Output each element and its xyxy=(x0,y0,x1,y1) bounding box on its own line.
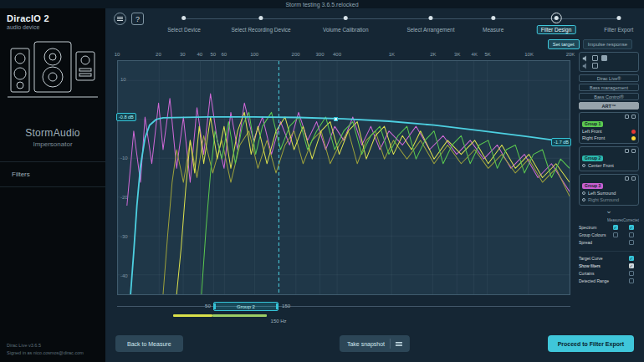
module-bass-management[interactable]: Bass management xyxy=(579,84,639,91)
step-dot xyxy=(616,16,621,20)
plot-area[interactable]: 100-10-20-30-40 -0.8 dB -1.7 dB xyxy=(117,60,570,295)
back-to-measure-button[interactable]: Back to Measure xyxy=(115,335,183,352)
target-level-handle-left[interactable]: -0.8 dB xyxy=(116,113,136,121)
checkbox[interactable] xyxy=(629,240,634,245)
checkbox[interactable] xyxy=(629,232,634,237)
group-badge[interactable]: Group 2 xyxy=(582,156,603,161)
freq-tick: 20 xyxy=(156,52,161,57)
scroll-down-chevron[interactable]: ⌄ xyxy=(579,208,639,215)
speaker-icon[interactable] xyxy=(582,55,589,62)
display-toggle-detected-range: Detected Range xyxy=(579,277,639,284)
take-snapshot-button[interactable]: Take snapshot xyxy=(340,335,410,352)
group-range-handle[interactable]: Group 2 xyxy=(213,302,279,311)
filter-bar xyxy=(212,314,267,317)
focus-icon[interactable] xyxy=(631,176,636,181)
checkbox[interactable] xyxy=(629,278,634,283)
freq-tick: 4K xyxy=(472,52,478,57)
db-tick: -40 xyxy=(120,273,128,278)
subtab-set-target[interactable]: Set target xyxy=(548,39,580,49)
checkbox-slot xyxy=(623,271,639,276)
column-header-measured: Measured xyxy=(607,218,623,222)
channel-select-dot[interactable] xyxy=(582,164,585,167)
speaker-icon[interactable] xyxy=(625,176,629,181)
speaker-icon[interactable] xyxy=(625,149,629,153)
slider-track[interactable] xyxy=(117,306,570,307)
step-select-recording-device[interactable]: Select Recording Device xyxy=(232,16,291,35)
crossover-slider: 50 Group 2 150 xyxy=(117,301,570,311)
window-title: Storm testing 3.6.5.relocked xyxy=(285,2,358,8)
db-tick: 10 xyxy=(120,77,126,82)
checkbox-slot xyxy=(623,240,639,245)
sidebar-item-filters[interactable]: Filters xyxy=(0,162,105,186)
freq-tick: 20K xyxy=(566,52,575,57)
device-name: StormAudio xyxy=(0,127,105,139)
subtab-impulse-response[interactable]: Impulse response xyxy=(583,39,632,49)
step-dot xyxy=(555,16,559,20)
channel-right-surround[interactable]: Right Surround xyxy=(582,196,636,203)
channel-select-dot[interactable] xyxy=(582,191,585,195)
checkbox[interactable] xyxy=(613,232,618,237)
dirac-live-app: Storm testing 3.6.5.relocked DiracIO 2 a… xyxy=(0,0,644,362)
channel-right-front[interactable]: Right Front xyxy=(582,135,636,141)
module-bass-control[interactable]: Bass Control® xyxy=(579,93,639,100)
filter-range-bars xyxy=(117,314,570,318)
checkbox[interactable]: ✓ xyxy=(629,263,634,268)
checkbox[interactable]: ✓ xyxy=(613,225,618,230)
channel-color-dot xyxy=(631,136,636,140)
help-button[interactable]: ? xyxy=(131,13,144,25)
step-select-arrangement[interactable]: Select Arrangement xyxy=(406,16,454,35)
step-select-device[interactable]: Select Device xyxy=(167,16,201,35)
step-filter-export[interactable]: Filter Export xyxy=(604,16,633,35)
channel-label: Center Front xyxy=(588,163,614,168)
channel-left-surround[interactable]: Left Surround xyxy=(582,190,636,196)
brand-block: DiracIO 2 audio device xyxy=(0,8,105,32)
step-filter-design[interactable]: Filter Design xyxy=(537,16,575,35)
step-volume-calibration[interactable]: Volume Calibration xyxy=(323,16,369,35)
db-tick: -10 xyxy=(120,156,128,161)
module-art[interactable]: ART™ xyxy=(579,102,639,110)
toggle-label: Spread xyxy=(579,240,607,245)
group-badge[interactable]: Group 3 xyxy=(582,183,603,189)
checkbox[interactable]: ✓ xyxy=(629,225,634,230)
channel-select-dot[interactable] xyxy=(582,198,585,201)
bottom-bar: Back to Measure Take snapshot Proceed to… xyxy=(105,328,644,362)
menu-button[interactable] xyxy=(114,13,126,25)
channel-left-front[interactable]: Left Front xyxy=(582,128,636,135)
group-card-group-2: Group 2Center Front xyxy=(579,146,639,171)
channel-center-front[interactable]: Center Front xyxy=(582,162,636,169)
sidebar: DiracIO 2 audio device StormAudio Impers… xyxy=(0,8,105,362)
freq-tick: 30 xyxy=(180,52,186,57)
layers-icon[interactable] xyxy=(601,55,607,61)
checkbox[interactable]: ✓ xyxy=(629,256,634,261)
module-dirac-live[interactable]: Dirac Live® xyxy=(579,74,639,82)
target-icon[interactable] xyxy=(592,63,598,69)
signed-in-user: Signed in as nico.cosmos@dirac.com xyxy=(7,349,84,357)
step-label: Filter Export xyxy=(604,27,633,33)
proceed-to-filter-export-button[interactable]: Proceed to Filter Export xyxy=(548,335,634,352)
monitor-speaker-icon[interactable] xyxy=(582,63,589,69)
checkbox-slot: ✓ xyxy=(623,256,639,261)
target-level-handle-right[interactable]: -1.7 dB xyxy=(551,138,571,146)
freq-tick: 300 xyxy=(316,52,325,57)
group-card-group-1: Group 1Left FrontRight Front xyxy=(579,112,639,144)
freq-tick: 100 xyxy=(250,52,258,57)
toggle-label: Group Colours xyxy=(579,232,607,237)
help-icon: ? xyxy=(135,15,140,23)
target-curve-control-point[interactable] xyxy=(334,117,338,121)
group-badge[interactable]: Group 1 xyxy=(582,121,603,127)
channel-label: Right Surround xyxy=(588,197,619,202)
divider xyxy=(0,186,105,187)
step-measure[interactable]: Measure xyxy=(483,16,503,35)
toggle-label: Spectrum xyxy=(579,225,607,230)
grid-icon[interactable] xyxy=(592,55,598,61)
checkbox[interactable] xyxy=(629,271,634,276)
speaker-icon[interactable] xyxy=(625,115,629,119)
freq-tick: 3K xyxy=(454,52,460,57)
focus-icon[interactable] xyxy=(631,115,636,119)
channel-tools xyxy=(579,52,639,72)
focus-icon[interactable] xyxy=(631,149,636,153)
freq-tick: 200 xyxy=(292,52,300,57)
display-toggle-show-filters: Show filters✓ xyxy=(579,262,639,269)
curve-target-curve xyxy=(130,117,570,294)
freq-tick: 50 xyxy=(210,52,216,57)
